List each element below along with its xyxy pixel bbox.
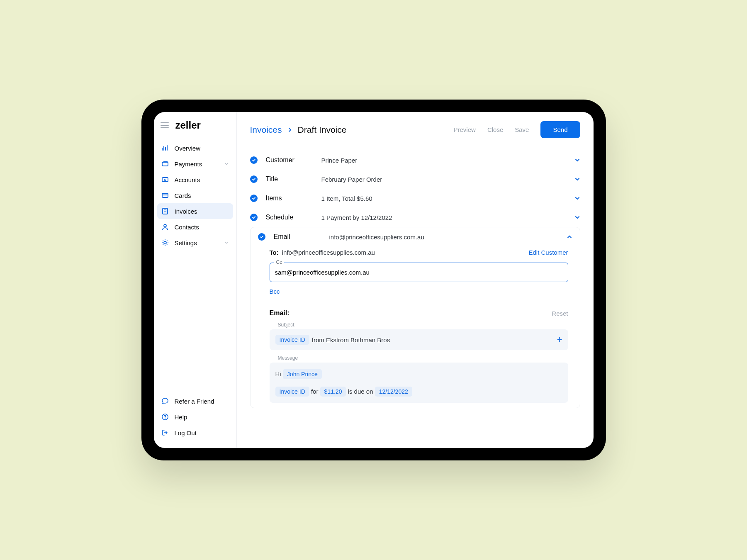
content: Customer Prince Paper Title February Pap… [237,142,594,448]
main: Invoices Draft Invoice Preview Close Sav… [237,112,594,448]
section-label: Schedule [263,214,316,221]
sidebar-item-payments[interactable]: Payments [157,156,233,172]
bcc-link[interactable]: Bcc [270,288,280,295]
cc-input[interactable] [270,263,568,282]
msg-for: for [311,388,319,395]
sidebar-item-accounts[interactable]: $ Accounts [157,172,233,187]
sidebar-item-overview[interactable]: Overview [157,140,233,156]
to-label: To: [270,249,279,256]
svg-rect-4 [162,193,168,197]
email-compose: Email: Reset Subject Invoice ID from Eks… [270,309,568,403]
edit-customer-link[interactable]: Edit Customer [528,249,568,256]
cc-label: Cc [274,259,285,265]
subject-token-invoice-id[interactable]: Invoice ID [275,335,309,345]
nav-label: Invoices [175,208,197,215]
nav-label: Contacts [175,224,199,231]
check-icon [250,214,258,221]
topbar: Invoices Draft Invoice Preview Close Sav… [237,112,594,142]
nav-label: Overview [175,145,201,152]
hamburger-icon[interactable] [161,122,169,129]
section-value: Prince Paper [321,157,358,164]
cards-icon [161,192,169,199]
chevron-down-icon [224,161,229,166]
subject-text: from Ekstrom Bothman Bros [312,336,390,343]
msg-token-date[interactable]: 12/12/2022 [375,387,412,397]
app-screen: zeller Overview Payments $ Accounts [154,112,594,448]
plus-icon[interactable]: + [557,334,562,345]
nav-label: Settings [175,239,197,246]
accounts-icon: $ [161,176,169,183]
message-block: Message Hi John Prince Invoice ID for [270,355,568,403]
compose-label: Email: [270,309,290,317]
subject-input[interactable]: Invoice ID from Ekstrom Bothman Bros + [270,329,568,350]
reset-link[interactable]: Reset [552,310,568,317]
logout-icon [161,429,169,436]
subject-caption: Subject [270,322,568,328]
check-icon [250,195,258,202]
main-nav: Overview Payments $ Accounts Cards [154,137,236,393]
nav-label: Log Out [175,429,197,436]
section-customer[interactable]: Customer Prince Paper [250,151,580,170]
message-caption: Message [270,355,568,361]
section-title[interactable]: Title February Paper Order [250,170,580,189]
email-panel: Email info@princeofficesuppliers.com.au … [250,227,580,408]
chat-icon [161,397,169,405]
compose-header: Email: Reset [270,309,568,317]
nav-label: Refer a Friend [175,398,214,405]
msg-token-invoice-id[interactable]: Invoice ID [275,387,309,397]
section-value: February Paper Order [321,176,382,183]
msg-due: is due on [348,388,373,395]
svg-point-12 [165,418,165,419]
msg-hi: Hi [275,370,281,377]
preview-button[interactable]: Preview [454,126,476,133]
section-label: Customer [263,156,316,164]
section-label: Title [263,175,316,183]
msg-token-name[interactable]: John Prince [283,369,322,379]
sidebar-header: zeller [154,112,236,137]
section-label: Items [263,195,316,202]
sidebar-item-contacts[interactable]: Contacts [157,219,233,235]
section-email-header[interactable]: Email info@princeofficesuppliers.com.au [251,227,580,246]
breadcrumb-current: Draft Invoice [298,125,347,135]
section-items[interactable]: Items 1 Item, Total $5.60 [250,189,580,208]
svg-point-9 [164,224,166,227]
overview-icon [161,144,169,152]
svg-text:$: $ [164,178,166,182]
sidebar-item-settings[interactable]: Settings [157,235,233,251]
sidebar-item-refer[interactable]: Refer a Friend [157,393,233,409]
nav-label: Help [175,414,187,421]
close-button[interactable]: Close [487,126,503,133]
logo: zeller [175,119,201,131]
chevron-down-icon [574,195,580,201]
nav-label: Payments [175,161,202,168]
sidebar-footer: Refer a Friend Help Log Out [154,393,236,448]
section-schedule[interactable]: Schedule 1 Payment by 12/12/2022 [250,208,580,227]
email-to-row: To: info@princeofficesupplies.com.au Edi… [270,246,568,263]
chevron-up-icon [567,234,572,240]
cc-field[interactable]: Cc [270,263,568,282]
invoices-icon [161,207,169,215]
payments-icon [161,160,169,168]
breadcrumb-parent[interactable]: Invoices [250,125,282,135]
svg-rect-0 [162,162,168,166]
nav-label: Cards [175,192,191,199]
sidebar-item-invoices[interactable]: Invoices [157,203,233,219]
subject-block: Subject Invoice ID from Ekstrom Bothman … [270,322,568,350]
sidebar-item-help[interactable]: Help [157,409,233,425]
section-label: Email [270,233,324,241]
save-button[interactable]: Save [515,126,529,133]
nav-label: Accounts [175,176,200,183]
check-icon [258,233,265,241]
sidebar-item-logout[interactable]: Log Out [157,425,233,441]
svg-point-10 [164,241,166,244]
section-value: 1 Item, Total $5.60 [321,195,372,202]
message-input[interactable]: Hi John Prince Invoice ID for $11.20 is … [270,363,568,403]
chevron-down-icon [574,176,580,182]
msg-token-amount[interactable]: $11.20 [320,387,346,397]
send-button[interactable]: Send [540,121,580,138]
svg-rect-1 [163,161,168,162]
contacts-icon [161,223,169,231]
tablet-frame: zeller Overview Payments $ Accounts [141,100,606,460]
chevron-down-icon [574,157,580,163]
sidebar-item-cards[interactable]: Cards [157,187,233,203]
